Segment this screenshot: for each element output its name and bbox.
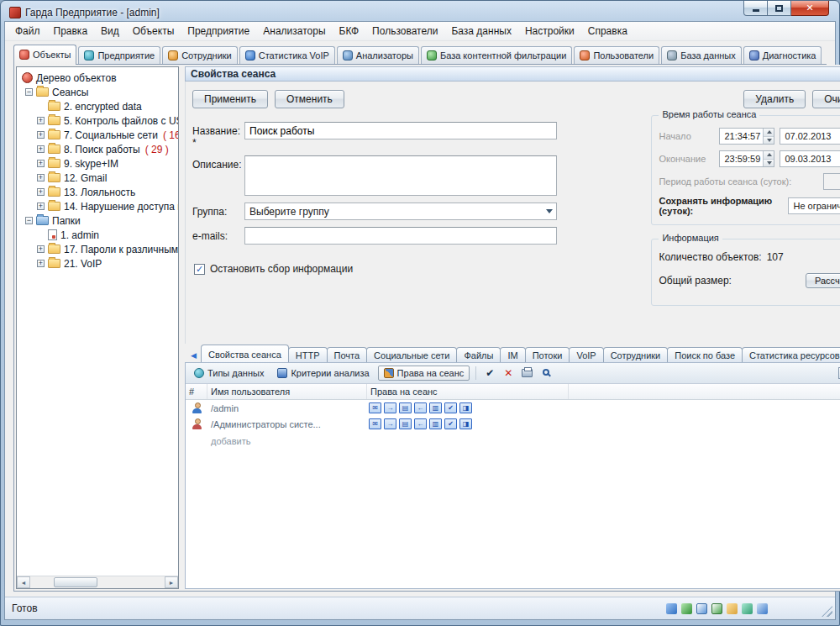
tree-item-folder[interactable]: 21. VoIP — [18, 256, 178, 271]
group-select[interactable]: Выберите группу — [244, 203, 557, 220]
collapse-icon[interactable] — [25, 88, 33, 96]
tab-http[interactable]: HTTP — [288, 347, 328, 362]
keep-field[interactable]: Не ограничено — [788, 197, 840, 214]
permission-columns-icon[interactable] — [429, 418, 442, 429]
tab-objects[interactable]: Объекты — [13, 45, 76, 65]
permission-audio-icon[interactable] — [459, 418, 472, 429]
export-icon[interactable] — [711, 603, 722, 614]
permission-check-icon[interactable] — [444, 418, 457, 429]
tab-im[interactable]: IM — [500, 347, 525, 362]
column-header-rights[interactable]: Права на сеанс — [367, 384, 569, 399]
scrollbar-thumb[interactable] — [54, 577, 97, 587]
tab-diagnostics[interactable]: Диагностика — [743, 46, 822, 64]
tab-enterprise[interactable]: Предприятие — [78, 46, 160, 64]
menu-bkf[interactable]: БКФ — [333, 23, 366, 39]
notes-icon[interactable] — [757, 603, 768, 614]
permission-export-icon[interactable] — [384, 402, 396, 413]
tree-item-session[interactable]: 7. Социальные сети ( 162 ) — [18, 128, 178, 142]
tree-node-folders[interactable]: Папки — [18, 213, 178, 228]
tree-item-session[interactable]: 8. Поиск работы ( 29 ) — [18, 142, 178, 156]
tree-item-session[interactable]: 13. Лояльность — [18, 185, 178, 199]
scroll-right-arrow[interactable]: ► — [165, 576, 178, 588]
expand-icon[interactable] — [37, 188, 45, 196]
report-icon[interactable] — [696, 603, 707, 614]
archive-icon[interactable] — [727, 603, 738, 614]
calculate-button[interactable]: Рассчитать — [806, 273, 840, 288]
permission-import-icon[interactable] — [414, 418, 427, 429]
start-time-field[interactable]: 21:34:57 — [719, 128, 774, 145]
menu-users[interactable]: Пользователи — [365, 23, 444, 39]
expand-icon[interactable] — [37, 245, 45, 253]
expand-icon[interactable] — [37, 117, 45, 124]
permission-check-icon[interactable] — [444, 402, 457, 413]
menu-view[interactable]: Вид — [94, 23, 126, 39]
print-icon[interactable] — [519, 366, 534, 381]
permission-columns-icon[interactable] — [429, 402, 442, 413]
collapse-icon[interactable] — [25, 217, 33, 224]
tab-content-filter-base[interactable]: База контентной фильтрации — [421, 46, 572, 64]
menu-settings[interactable]: Настройки — [518, 23, 581, 39]
apply-button[interactable]: Применить — [192, 90, 268, 108]
tree-item-session[interactable]: 9. skype+IM — [18, 156, 178, 171]
name-input[interactable] — [244, 122, 557, 139]
tree-horizontal-scrollbar[interactable]: ◄ ► — [17, 576, 178, 588]
clear-button[interactable]: Очистить — [812, 90, 840, 108]
time-spinner[interactable] — [763, 151, 774, 166]
tab-voip[interactable]: VoIP — [569, 347, 603, 362]
menu-analyzers[interactable]: Анализаторы — [256, 23, 332, 39]
tree-item-session[interactable]: 12. Gmail — [18, 171, 178, 185]
tab-staff[interactable]: Сотрудники — [603, 347, 669, 362]
tab-streams[interactable]: Потоки — [525, 347, 570, 362]
tab-http-stats[interactable]: Статистика ресурсов HTTP — [742, 347, 840, 362]
delete-icon[interactable]: ✕ — [501, 366, 516, 381]
time-spinner[interactable] — [763, 129, 774, 144]
confirm-icon[interactable]: ✔ — [482, 366, 497, 381]
tab-analyzers[interactable]: Анализаторы — [337, 46, 419, 64]
tab-data-types[interactable]: Типы данных — [189, 366, 269, 380]
menu-enterprise[interactable]: Предприятие — [181, 23, 256, 39]
end-time-field[interactable]: 23:59:59 — [719, 150, 774, 167]
minimize-button[interactable] — [743, 1, 768, 16]
maximize-button[interactable] — [768, 1, 791, 16]
scroll-left-arrow[interactable]: ◄ — [17, 576, 30, 588]
tab-analysis-criteria[interactable]: Критерии анализа — [272, 366, 374, 380]
cancel-button[interactable]: Отменить — [275, 90, 344, 108]
permission-save-icon[interactable] — [399, 418, 412, 429]
stop-collect-checkbox[interactable] — [194, 264, 205, 275]
permission-mail-icon[interactable] — [369, 418, 381, 429]
service-status-icon[interactable] — [681, 603, 692, 614]
menu-help[interactable]: Справка — [581, 23, 634, 39]
tree-item-session[interactable]: 5. Контроль файлов с USB пс — [18, 113, 178, 128]
resize-grip[interactable] — [822, 606, 832, 617]
tab-files[interactable]: Файлы — [456, 347, 501, 362]
tab-social[interactable]: Социальные сети — [366, 347, 457, 362]
expand-icon[interactable] — [37, 160, 45, 167]
tree-item-session[interactable]: 2. encrypted data — [18, 99, 178, 113]
expand-icon[interactable] — [37, 174, 45, 181]
expand-icon[interactable] — [37, 145, 45, 153]
tree-root[interactable]: Дерево объектов — [18, 71, 178, 85]
menu-edit[interactable]: Правка — [47, 23, 95, 39]
connection-icon[interactable] — [666, 603, 677, 614]
expand-icon[interactable] — [37, 131, 45, 139]
close-button[interactable]: ✕ — [791, 1, 829, 16]
menu-file[interactable]: Файл — [8, 23, 47, 39]
end-date-field[interactable]: 09.03.2013 — [780, 150, 840, 167]
tab-database[interactable]: База данных — [661, 46, 742, 64]
tab-mail[interactable]: Почта — [327, 347, 368, 362]
tab-session-properties[interactable]: Свойства сеанса — [201, 345, 289, 362]
permission-export-icon[interactable] — [384, 418, 396, 429]
table-row[interactable]: /Администраторы систе... — [186, 416, 840, 432]
permission-save-icon[interactable] — [399, 402, 412, 413]
menu-database[interactable]: База данных — [444, 23, 517, 39]
expand-icon[interactable] — [37, 260, 45, 267]
tree-item-session[interactable]: 14. Нарушение доступа к ин — [18, 199, 178, 213]
tabs-scroll-left[interactable]: ◀ — [186, 348, 201, 362]
chevron-down-icon[interactable] — [543, 203, 556, 219]
emails-input[interactable] — [244, 227, 557, 245]
description-input[interactable] — [244, 155, 557, 196]
splitter[interactable] — [179, 66, 185, 589]
tab-employees[interactable]: Сотрудники — [162, 46, 238, 64]
delete-button[interactable]: Удалить — [743, 90, 806, 108]
permission-mail-icon[interactable] — [369, 402, 381, 413]
